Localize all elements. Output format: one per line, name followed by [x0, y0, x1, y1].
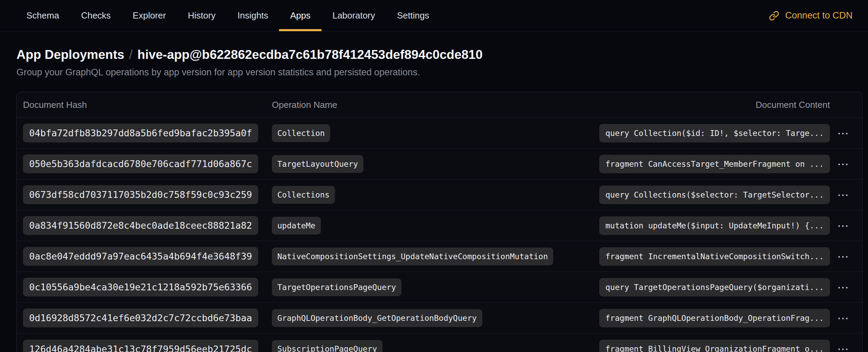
row-menu-button[interactable]: ⋯	[834, 157, 852, 171]
breadcrumb: App Deployments / hive-app@b622862ecdba7…	[16, 48, 863, 62]
top-navigation: Schema Checks Explorer History Insights …	[0, 0, 868, 32]
operation-name-chip: updateMe	[272, 217, 321, 235]
operation-name-chip: GraphQLOperationBody_GetOperationBodyQue…	[272, 309, 482, 327]
tab-insights[interactable]: Insights	[227, 0, 279, 31]
document-content-chip: fragment BillingView_OrganizationFragmen…	[599, 340, 830, 352]
connect-to-cdn-button[interactable]: Connect to CDN	[769, 0, 853, 31]
table-row: 04bfa72dfb83b297dd8a5b6fed9bafac2b395a0f…	[17, 118, 862, 149]
main-content: App Deployments / hive-app@b622862ecdba7…	[0, 48, 868, 352]
operation-name-chip: TargetOperationsPageQuery	[272, 278, 401, 296]
tab-settings[interactable]: Settings	[386, 0, 440, 31]
row-menu-button[interactable]: ⋯	[834, 311, 852, 325]
document-hash-chip: 126d46a4284abe31c13c78f7959d56eeb21725dc	[23, 340, 258, 352]
document-hash-chip: 0d16928d8572c41ef6e032d2c7c72ccbd6e73baa	[23, 309, 258, 327]
breadcrumb-separator: /	[129, 48, 133, 62]
document-hash-chip: 0a834f91560d872e8c4bec0ade18ceec88821a82	[23, 216, 258, 235]
table-row: 0d16928d8572c41ef6e032d2c7c72ccbd6e73baa…	[17, 303, 862, 334]
table-row: 0ac8e047eddd97a97eac6435a4b694f4e3648f39…	[17, 241, 862, 272]
tab-history[interactable]: History	[177, 0, 227, 31]
column-header-document-content: Document Content	[756, 100, 830, 110]
table-row: 0673df58cd7037117035b2d0c758f59c0c93c259…	[17, 179, 862, 210]
column-header-document-hash: Document Hash	[23, 100, 272, 110]
document-hash-chip: 04bfa72dfb83b297dd8a5b6fed9bafac2b395a0f	[23, 124, 258, 142]
row-menu-button[interactable]: ⋯	[834, 188, 852, 202]
document-hash-chip: 050e5b363dafdcacd6780e706cadf771d06a867c	[23, 154, 258, 173]
document-content-chip: fragment GraphQLOperationBody_OperationF…	[599, 309, 830, 327]
deployments-table-card: Document Hash Operation Name Document Co…	[16, 92, 863, 352]
document-content-chip: query Collection($id: ID!, $selector: Ta…	[599, 124, 830, 142]
breadcrumb-section[interactable]: App Deployments	[16, 48, 124, 62]
tab-schema[interactable]: Schema	[15, 0, 70, 31]
app-deployments-page: Schema Checks Explorer History Insights …	[0, 0, 868, 352]
tab-apps[interactable]: Apps	[279, 0, 321, 31]
table-row: 0c10556a9be4ca30e19e21c1218a592b75e63366…	[17, 272, 862, 303]
document-hash-chip: 0ac8e047eddd97a97eac6435a4b694f4e3648f39	[23, 247, 258, 266]
document-hash-chip: 0673df58cd7037117035b2d0c758f59c0c93c259	[23, 185, 258, 204]
link-icon	[769, 11, 779, 21]
tab-explorer[interactable]: Explorer	[122, 0, 177, 31]
table-header-row: Document Hash Operation Name Document Co…	[17, 92, 862, 118]
page-header: App Deployments / hive-app@b622862ecdba7…	[16, 48, 863, 78]
operation-name-chip: TargetLayoutQuery	[272, 155, 363, 173]
document-content-chip: fragment CanAccessTarget_MemberFragment …	[599, 155, 830, 173]
operation-name-chip: SubscriptionPageQuery	[272, 340, 383, 352]
document-content-chip: mutation updateMe($input: UpdateMeInput!…	[599, 216, 830, 235]
row-menu-button[interactable]: ⋯	[834, 280, 852, 294]
table-row: 050e5b363dafdcacd6780e706cadf771d06a867c…	[17, 149, 862, 179]
column-header-operation-name: Operation Name	[272, 100, 756, 110]
tab-checks[interactable]: Checks	[70, 0, 122, 31]
connect-to-cdn-label: Connect to CDN	[785, 10, 853, 21]
document-content-chip: query TargetOperationsPageQuery($organiz…	[599, 278, 830, 297]
operation-name-chip: Collection	[272, 124, 330, 142]
row-menu-button[interactable]: ⋯	[834, 342, 852, 352]
breadcrumb-app-name: hive-app@b622862ecdba7c61b78f412453def89…	[137, 48, 483, 62]
row-menu-button[interactable]: ⋯	[834, 249, 852, 264]
operation-name-chip: Collections	[272, 186, 335, 204]
table-row: 126d46a4284abe31c13c78f7959d56eeb21725dc…	[17, 334, 862, 352]
nav-spacer	[440, 0, 769, 31]
table-row: 0a834f91560d872e8c4bec0ade18ceec88821a82…	[17, 210, 862, 241]
document-hash-chip: 0c10556a9be4ca30e19e21c1218a592b75e63366	[23, 278, 258, 297]
row-menu-button[interactable]: ⋯	[834, 126, 852, 140]
document-content-chip: query Collections($selector: TargetSelec…	[599, 186, 830, 204]
row-menu-button[interactable]: ⋯	[834, 218, 852, 233]
document-content-chip: fragment IncrementalNativeCompositionSwi…	[599, 247, 830, 266]
tab-laboratory[interactable]: Laboratory	[322, 0, 386, 31]
page-subtitle: Group your GraphQL operations by app ver…	[16, 67, 863, 78]
operation-name-chip: NativeCompositionSettings_UpdateNativeCo…	[272, 248, 553, 265]
